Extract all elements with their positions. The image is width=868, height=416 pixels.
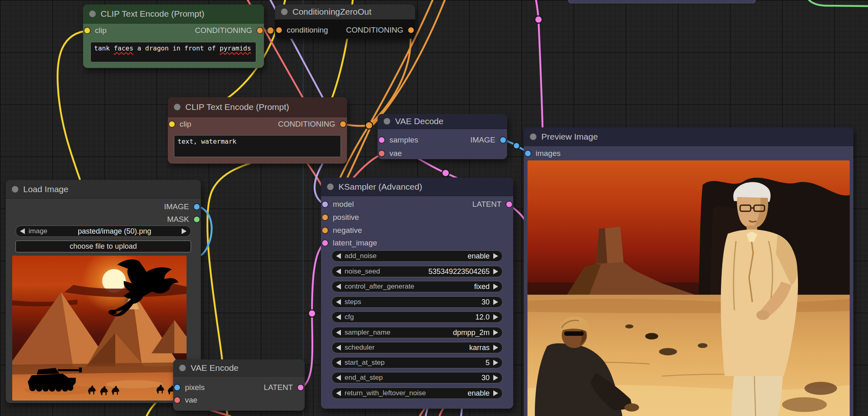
node-header[interactable]: CLIP Text Encode (Prompt)	[168, 97, 347, 117]
conditioning-port-icon[interactable]	[322, 228, 328, 233]
output-slot-conditioning[interactable]: CONDITIONING	[168, 118, 347, 130]
next-arrow-icon[interactable]	[493, 360, 498, 366]
node-load-image[interactable]: Load Image IMAGE MASK image pasted/image…	[6, 180, 201, 403]
prev-arrow-icon[interactable]	[336, 284, 341, 289]
node-header[interactable]: CLIP Text Encode (Prompt)	[83, 4, 264, 24]
next-arrow-icon[interactable]	[493, 375, 498, 381]
prev-arrow-icon[interactable]	[336, 314, 341, 320]
next-arrow-icon[interactable]	[493, 253, 498, 259]
node-preview-image[interactable]: Preview Image images	[524, 127, 853, 416]
prev-arrow-icon[interactable]	[336, 269, 341, 274]
node-clip-text-encode-negative[interactable]: CLIP Text Encode (Prompt) clip CONDITION…	[168, 97, 347, 164]
node-clip-text-encode-positive[interactable]: CLIP Text Encode (Prompt) clip CONDITION…	[83, 4, 264, 68]
widget-steps[interactable]: steps 30	[332, 296, 503, 308]
conditioning-port-icon[interactable]	[408, 27, 414, 33]
vae-port-icon[interactable]	[379, 151, 385, 156]
next-arrow-icon[interactable]	[493, 269, 498, 274]
input-slot-latent-image[interactable]: latent_image	[321, 237, 513, 249]
prev-arrow-icon[interactable]	[336, 299, 341, 305]
collapse-dot-icon[interactable]	[89, 11, 96, 17]
prev-arrow-icon[interactable]	[336, 375, 341, 381]
wire-image-to-encode	[200, 207, 212, 255]
node-title: VAE Decode	[395, 116, 444, 126]
node-graph-canvas[interactable]: CLIP Text Encode (Prompt) clip CONDITION…	[0, 0, 868, 416]
collapse-dot-icon[interactable]	[174, 104, 180, 110]
next-arrow-icon[interactable]	[493, 314, 498, 320]
input-slot-vae[interactable]: vae	[173, 394, 305, 406]
reroute-dot-pink-mid[interactable]	[442, 169, 449, 177]
collapse-dot-icon[interactable]	[327, 184, 334, 190]
latent-port-icon[interactable]	[298, 385, 303, 390]
choose-file-button[interactable]: choose file to upload	[15, 241, 191, 252]
prev-arrow-icon[interactable]	[336, 390, 341, 396]
collapse-dot-icon[interactable]	[281, 9, 288, 15]
output-slot-conditioning[interactable]: CONDITIONING	[275, 24, 415, 36]
next-arrow-icon[interactable]	[182, 228, 187, 234]
collapse-dot-icon[interactable]	[530, 134, 536, 140]
widget-scheduler[interactable]: scheduler karras	[332, 342, 503, 353]
next-arrow-icon[interactable]	[493, 390, 498, 396]
widget-add-noise[interactable]: add_noise enable	[332, 250, 503, 262]
latent-port-icon[interactable]	[506, 201, 512, 207]
next-arrow-icon[interactable]	[493, 330, 498, 335]
node-vae-encode[interactable]: VAE Encode pixels vae LATENT	[173, 359, 305, 411]
conditioning-port-icon[interactable]	[257, 28, 263, 33]
reroute-dot-pink-top[interactable]	[535, 16, 542, 23]
image-filename-combo[interactable]: image pasted/image (50).png	[15, 226, 191, 237]
node-title: CLIP Text Encode (Prompt)	[185, 102, 289, 112]
output-slot-image[interactable]: IMAGE	[378, 134, 507, 146]
widget-return-with-leftover-noise[interactable]: return_with_leftover_noise enable	[332, 388, 503, 399]
node-header[interactable]: Load Image	[6, 180, 201, 199]
output-slot-latent[interactable]: LATENT	[321, 198, 513, 210]
input-slot-images[interactable]: images	[524, 147, 853, 160]
output-slot-mask[interactable]: MASK	[6, 213, 201, 226]
image-port-icon[interactable]	[500, 137, 506, 143]
widget-end-at-step[interactable]: end_at_step 30	[332, 372, 503, 383]
conditioning-port-icon[interactable]	[340, 121, 346, 127]
node-ksampler-advanced[interactable]: KSampler (Advanced) model positive negat…	[321, 177, 513, 409]
mask-port-icon[interactable]	[194, 217, 200, 222]
node-conditioning-zero-out[interactable]: ConditioningZeroOut conditioning CONDITI…	[275, 4, 415, 39]
input-slot-positive[interactable]: positive	[321, 211, 513, 223]
input-slot-vae[interactable]: vae	[378, 147, 507, 160]
widget-noise-seed[interactable]: noise_seed 535349223504265	[332, 266, 503, 277]
widget-control-after-generate[interactable]: control_after_generate fixed	[332, 281, 503, 292]
prev-arrow-icon[interactable]	[20, 228, 25, 234]
vae-port-icon[interactable]	[174, 397, 180, 403]
widget-cfg[interactable]: cfg 12.0	[332, 311, 503, 323]
node-vae-decode[interactable]: VAE Decode samples vae IMAGE	[378, 114, 507, 159]
positive-prompt-textarea[interactable]: tank faces a dragon in front of pyramids	[90, 42, 256, 62]
negative-prompt-textarea[interactable]: text, watermark	[174, 135, 341, 157]
reroute-dot-orange-top[interactable]	[267, 27, 274, 34]
collapse-dot-icon[interactable]	[12, 186, 18, 193]
node-header[interactable]: VAE Encode	[173, 359, 305, 377]
node-header[interactable]: Preview Image	[524, 127, 853, 146]
reroute-dot-pink-left[interactable]	[308, 310, 316, 317]
latent-port-icon[interactable]	[322, 240, 328, 246]
prev-arrow-icon[interactable]	[336, 253, 341, 259]
reroute-dot-orange-mid[interactable]	[365, 122, 373, 129]
prev-arrow-icon[interactable]	[336, 360, 341, 366]
input-slot-negative[interactable]: negative	[321, 224, 513, 236]
node-header[interactable]: KSampler (Advanced)	[321, 177, 513, 196]
offscreen-node-edge[interactable]	[568, 0, 756, 3]
widget-sampler-name[interactable]: sampler_name dpmpp_2m	[332, 327, 503, 338]
output-slot-image[interactable]: IMAGE	[6, 201, 201, 213]
image-port-icon[interactable]	[525, 151, 531, 156]
output-slot-latent[interactable]: LATENT	[173, 381, 305, 394]
collapse-dot-icon[interactable]	[179, 365, 186, 371]
node-header[interactable]: ConditioningZeroOut	[275, 4, 415, 20]
reroute-dot-blue[interactable]	[513, 142, 520, 149]
output-slot-conditioning[interactable]: CONDITIONING	[83, 24, 264, 37]
image-port-icon[interactable]	[194, 204, 200, 210]
widget-start-at-step[interactable]: start_at_step 5	[332, 357, 503, 368]
next-arrow-icon[interactable]	[493, 284, 498, 289]
node-header[interactable]: VAE Decode	[378, 114, 507, 129]
prev-arrow-icon[interactable]	[336, 330, 341, 335]
prev-arrow-icon[interactable]	[336, 345, 341, 350]
wire-lav-bottom-a	[426, 409, 427, 416]
collapse-dot-icon[interactable]	[384, 118, 390, 125]
next-arrow-icon[interactable]	[493, 299, 498, 305]
conditioning-port-icon[interactable]	[322, 215, 328, 220]
next-arrow-icon[interactable]	[493, 345, 498, 350]
